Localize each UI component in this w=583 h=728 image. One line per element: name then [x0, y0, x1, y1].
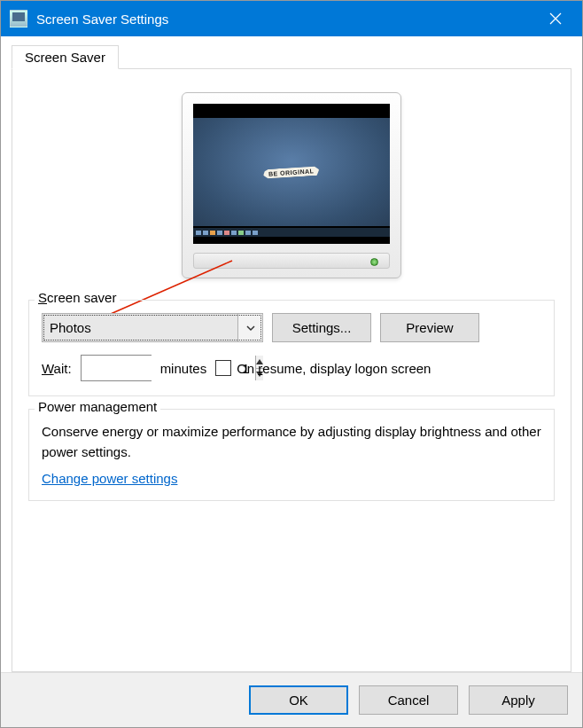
dialog-footer: OK Cancel Apply	[1, 672, 582, 727]
cancel-button[interactable]: Cancel	[359, 685, 458, 715]
monitor-base	[193, 253, 390, 269]
window-title: Screen Saver Settings	[36, 12, 531, 27]
tab-strip: Screen Saver	[12, 45, 571, 69]
screensaver-group-legend: Screen saver	[35, 290, 120, 305]
apply-button[interactable]: Apply	[469, 685, 568, 715]
screensaver-select[interactable]: Photos	[42, 313, 263, 342]
screensaver-select-value: Photos	[43, 320, 237, 335]
minutes-label: minutes	[160, 361, 207, 376]
power-management-group: Power management Conserve energy or maxi…	[28, 409, 555, 501]
preview-photo-caption: BE ORIGINAL	[263, 165, 320, 178]
power-group-legend: Power management	[35, 399, 160, 414]
preview-taskbar	[193, 228, 390, 237]
settings-button[interactable]: Settings...	[272, 313, 371, 342]
resume-label: On resume, display logon screen	[237, 361, 431, 376]
tab-screensaver[interactable]: Screen Saver	[12, 45, 119, 69]
close-icon	[549, 12, 562, 25]
screensaver-app-icon	[10, 10, 27, 27]
ok-button[interactable]: OK	[249, 685, 348, 715]
resume-checkbox[interactable]	[215, 360, 231, 376]
preview-area: BE ORIGINAL	[28, 83, 555, 287]
close-button[interactable]	[531, 1, 580, 36]
monitor-preview: BE ORIGINAL	[182, 92, 401, 278]
tab-page: BE ORIGINAL Screen saver Photos	[12, 68, 571, 672]
content-area: Screen Saver BE ORIGINAL	[1, 36, 582, 672]
screensaver-group: Screen saver Photos Settings... Preview …	[28, 300, 555, 396]
power-description: Conserve energy or maximize performance …	[42, 422, 541, 462]
titlebar: Screen Saver Settings	[1, 1, 582, 36]
wallpaper-preview: BE ORIGINAL	[193, 118, 390, 226]
preview-button[interactable]: Preview	[380, 313, 479, 342]
chevron-down-icon	[237, 314, 262, 341]
wait-label: Wait:	[42, 361, 72, 376]
monitor-screen: BE ORIGINAL	[193, 104, 390, 244]
change-power-settings-link[interactable]: Change power settings	[42, 471, 177, 486]
wait-spinbox[interactable]	[81, 355, 152, 381]
